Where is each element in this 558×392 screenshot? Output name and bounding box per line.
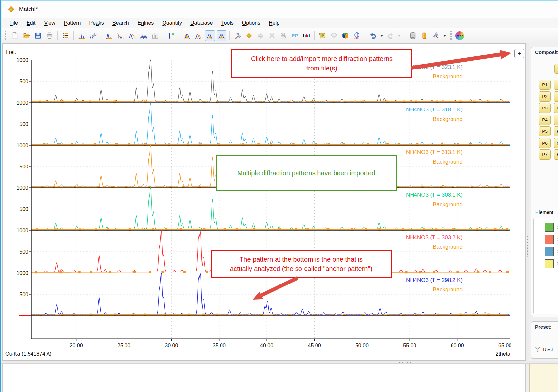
- search-match-button[interactable]: [233, 30, 242, 41]
- peak-search-button[interactable]: [104, 30, 114, 41]
- database-button[interactable]: [408, 30, 418, 41]
- peak-search-options-button[interactable]: [88, 30, 98, 41]
- delete-entries-button[interactable]: [267, 30, 277, 41]
- settings-button[interactable]: [431, 30, 441, 41]
- peaks-wrench-icon: [89, 32, 97, 40]
- bell-curves-icon: [128, 32, 136, 40]
- stamp-icon: [279, 32, 287, 40]
- save-button[interactable]: [33, 30, 43, 41]
- settings-menu-button[interactable]: [442, 30, 447, 41]
- quantify-step-button[interactable]: [256, 30, 265, 41]
- pattern-button-p3[interactable]: P3: [539, 103, 551, 113]
- profile-curves-button[interactable]: [127, 30, 137, 41]
- smooth-pattern-button[interactable]: [182, 30, 192, 41]
- element-color-swatch[interactable]: [545, 223, 554, 232]
- element-color-swatch[interactable]: [545, 259, 554, 268]
- horizontal-splitter[interactable]: [1, 361, 558, 364]
- pattern-button-col2-6[interactable]: C: [554, 138, 558, 148]
- approve-stamp-button[interactable]: [279, 30, 288, 41]
- svg-text:NH4NO3 (T = 303.2 K): NH4NO3 (T = 303.2 K): [406, 234, 463, 241]
- new-document-button[interactable]: [10, 30, 20, 41]
- undo-menu-button[interactable]: [379, 30, 384, 41]
- toolbar-separator: [101, 31, 101, 40]
- fit-bell-icon: [206, 32, 214, 40]
- pattern-button-col2-4[interactable]: [554, 115, 558, 125]
- element-color-swatch[interactable]: [545, 235, 554, 244]
- svg-text:Background: Background: [433, 73, 463, 80]
- pattern-button-p6[interactable]: P6: [539, 138, 551, 148]
- redo-menu-button[interactable]: [397, 30, 402, 41]
- restraints-row[interactable]: Rest: [535, 346, 553, 352]
- diffraction-chart-panel: 1000500NH4NO3 (T = 323.1 K)Background100…: [2, 43, 526, 361]
- menu-peaks[interactable]: Peaks: [85, 19, 108, 27]
- pattern-button-p4[interactable]: P4: [539, 115, 551, 125]
- svg-text:1000: 1000: [16, 185, 28, 191]
- toolbar-drag-handle[interactable]: [5, 31, 8, 41]
- bottom-left-panel: [2, 364, 526, 392]
- reference-database-button[interactable]: [419, 30, 429, 41]
- menu-entries[interactable]: Entries: [133, 19, 158, 27]
- fp-button[interactable]: FP: [290, 30, 300, 41]
- open-file-button[interactable]: [22, 30, 31, 41]
- svg-text:65.00: 65.00: [498, 343, 511, 348]
- pattern-button-col2-7[interactable]: F: [554, 149, 558, 160]
- color-scheme-button[interactable]: [455, 30, 465, 41]
- menu-file[interactable]: File: [5, 19, 22, 27]
- entries-list-button[interactable]: [61, 30, 70, 41]
- menu-edit[interactable]: Edit: [22, 19, 40, 27]
- pattern-button-p2[interactable]: P2: [539, 91, 551, 102]
- toolbar-drag-handle[interactable]: [450, 31, 452, 41]
- unit-cell-button[interactable]: [340, 30, 350, 41]
- pattern-button-p5[interactable]: P5: [539, 126, 551, 136]
- svg-text:55.00: 55.00: [403, 343, 416, 348]
- menu-options[interactable]: Options: [238, 19, 264, 27]
- svg-text:Cu-Ka (1.541874 A): Cu-Ka (1.541874 A): [5, 351, 51, 357]
- element-label: Element: [535, 209, 553, 215]
- element-color-swatch[interactable]: [545, 247, 554, 256]
- add-peak-button[interactable]: [166, 30, 176, 41]
- pattern-button-col2-5[interactable]: P: [554, 126, 558, 136]
- gem-view-button[interactable]: [329, 30, 339, 41]
- match-diamond-icon: [245, 32, 253, 40]
- composition-mini-button[interactable]: 1: [554, 64, 558, 74]
- menu-database[interactable]: Database: [186, 19, 217, 27]
- match-analyze-button[interactable]: [244, 30, 254, 41]
- annotation-text: actually analyzed (the so-called "anchor…: [230, 265, 372, 272]
- save-floppy-icon: [34, 32, 42, 40]
- menu-pattern[interactable]: Pattern: [60, 19, 85, 27]
- toolbar-separator: [163, 31, 163, 40]
- element-filter-box: [533, 218, 558, 314]
- menu-search[interactable]: Search: [108, 19, 133, 27]
- pattern-button-p7[interactable]: P7: [539, 149, 551, 160]
- toolbar-separator: [179, 31, 179, 40]
- report-button[interactable]: [317, 30, 327, 41]
- peak-correction-button[interactable]: [139, 30, 148, 41]
- diffraction-plot[interactable]: 1000500NH4NO3 (T = 323.1 K)Background100…: [3, 44, 525, 360]
- peak-fit-button[interactable]: [205, 30, 215, 41]
- hkl-button[interactable]: hkl: [301, 30, 311, 41]
- add-pattern-button[interactable]: +: [514, 49, 524, 58]
- menu-tools[interactable]: Tools: [217, 19, 238, 27]
- bottom-right-panel: [529, 364, 558, 392]
- alpha2-strip-button[interactable]: [194, 30, 203, 41]
- pattern-button-col2-3[interactable]: N: [554, 103, 558, 113]
- print-button[interactable]: [45, 30, 54, 41]
- strip-background-button[interactable]: [116, 30, 125, 41]
- undo-button[interactable]: [368, 30, 378, 41]
- raw-data-button[interactable]: [150, 30, 160, 41]
- pattern-button-p1[interactable]: P1: [539, 80, 551, 90]
- pattern-button-col2-2[interactable]: [554, 91, 558, 102]
- pattern-button-col2-1[interactable]: [554, 80, 558, 90]
- annotation-text: The pattern at the bottom is the one tha…: [240, 256, 363, 263]
- svg-text:Background: Background: [433, 159, 463, 165]
- peak-curve-icon: [105, 32, 113, 40]
- pattern-diagram-button[interactable]: [77, 30, 87, 41]
- hkl-label: hkl: [303, 33, 310, 38]
- crystal-structure-button[interactable]: [352, 30, 362, 41]
- redo-button[interactable]: [386, 30, 395, 41]
- menu-help[interactable]: Help: [264, 19, 284, 27]
- profile-fit-button[interactable]: [217, 30, 226, 41]
- menu-view[interactable]: View: [40, 19, 59, 27]
- menu-quantify[interactable]: Quantify: [158, 19, 186, 27]
- vertical-splitter[interactable]: [526, 43, 529, 361]
